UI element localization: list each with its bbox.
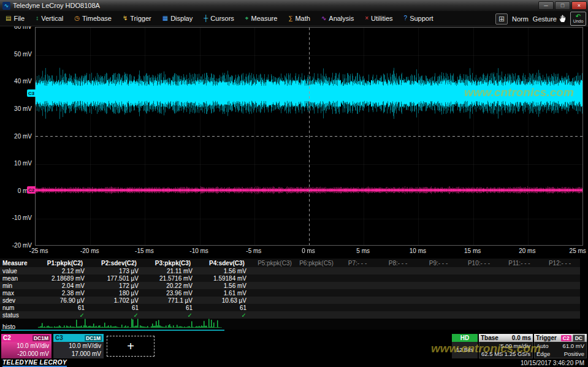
channel-settings: 10.0 mV/div-20.000 mV [1,342,52,358]
measure-title: Measure [0,260,38,267]
maximize-button[interactable]: □ [555,1,570,10]
add-channel-button[interactable]: + [107,336,155,357]
measure-row-label: mean [0,275,38,282]
measure-cell: 61 [38,305,92,311]
measure-cell: 61 [92,305,146,311]
measure-cell: 1.56 mV [200,268,254,274]
measure-cell: 1.702 µV [92,297,146,304]
measure-cell: 173 µV [92,268,146,274]
x-axis-label: -25 ms [29,248,48,254]
measure-row-label: sdev [0,297,38,304]
x-axis-label: 0 ms [302,248,315,254]
menu-support[interactable]: ?Support [399,11,439,26]
timebase-icon: ◷ [74,15,80,21]
menu-vertical[interactable]: ↕Vertical [30,11,69,26]
channel-id: C2 [3,335,11,341]
channel-descriptor-c2[interactable]: C2DC1M10.0 mV/div-20.000 mV [1,334,52,358]
channel-descriptor-c3[interactable]: C3DC1M10.0 mV/div17.000 mV [53,334,104,358]
x-axis-label: -15 ms [135,248,154,254]
measure-cell: 61 [200,305,254,311]
minimize-button[interactable]: ─ [538,1,554,10]
x-axis-label: 10 ms [410,248,426,254]
time-per-div: 5.00 ms/div [500,342,530,350]
hd-badge: HD 12 Bits [452,334,478,358]
menu-utilities[interactable]: ×Utilities [359,11,398,26]
menu-display[interactable]: ▦Display [157,11,199,26]
menu-label: Support [410,15,433,22]
x-axis-label: -10 ms [189,248,208,254]
undo-button[interactable]: ↶ Undo [570,12,586,26]
measure-cell: 2.38 mV [38,290,92,297]
measure-cell: 10.63 µV [200,297,254,304]
menu-analysis[interactable]: ∿Analysis [316,11,359,26]
trigger-slope: Positive [564,350,584,358]
measure-row-label: min [0,282,38,289]
menu-label: Vertical [41,15,63,22]
measure-row-value: value2.12 mV173 µV21.11 mV1.56 mV [0,267,580,274]
y-axis-label: -10 mV [2,214,32,221]
measure-cell: 172 µV [92,282,146,289]
measure-column-header[interactable]: P5:pkpk(C3) [254,260,296,267]
menu-cursors[interactable]: ┼Cursors [198,11,240,26]
touch-mode-button[interactable]: ⊞ [495,13,508,25]
x-axis-label: 15 ms [464,248,481,254]
y-axis-label: 10 mV [2,160,32,167]
measure-column-header[interactable]: P1:pkpk(C2) [38,260,92,267]
math-icon: ∑ [288,15,292,21]
measure-column-header[interactable]: P7:- - - [337,260,378,267]
menu-bar: ▤File↕Vertical◷Timebase↯Trigger▦Display┼… [0,11,588,26]
measure-column-header[interactable]: P10:- - - [459,260,499,267]
trigger-source-badge: C2 [561,335,571,341]
menu-label: Display [170,15,193,22]
measure-cell: 21.5716 mV [146,275,200,282]
descriptor-bar: C2DC1M10.0 mV/div-20.000 mVC3DC1M10.0 mV… [0,334,588,358]
measure-row-label: status [0,312,38,319]
measure-row-max: max2.38 mV180 µV23.96 mV1.61 mV [0,289,580,297]
measure-column-header[interactable]: P4:sdev(C3) [200,260,254,267]
measure-column-header[interactable]: P6:pkpk(C5) [296,260,337,267]
sample-count: 62.5 MS [481,350,503,358]
menu-file[interactable]: ▤File [0,11,30,26]
menu-math[interactable]: ∑Math [283,11,316,26]
undo-icon: ↶ [576,13,581,19]
volts-per-div: 10.0 mV/div [4,342,49,350]
hd-label: HD [452,334,478,342]
measure-row-min: min2.04 mV172 µV20.22 mV1.56 mV [0,282,580,289]
timebase-descriptor[interactable]: Tbase 0.0 ms 5.00 ms/div 62.5 MS 1.25 GS… [479,334,533,358]
measure-column-header[interactable]: P2:sdev(C2) [92,260,146,267]
tbase-label: Tbase [481,335,498,341]
window-title: Teledyne LeCroy HDO8108A [13,2,538,9]
menu-trigger[interactable]: ↯Trigger [117,11,157,26]
measure-cell: ✓ [38,312,92,319]
measure-column-header[interactable]: P9:- - - [418,260,459,267]
measure-cell: 21.11 mV [146,268,200,274]
measure-row-num: num61616161 [0,304,580,311]
measure-column-header[interactable]: P12:- - - [540,260,580,267]
gesture-button[interactable]: Gesture [533,15,566,23]
trigger-descriptor[interactable]: Trigger C2 DC Auto 61.0 mV Edge Positive [534,334,587,358]
file-icon: ▤ [6,15,11,21]
measure-row-label: max [0,290,38,297]
menu-measure[interactable]: ⌖Measure [240,11,283,26]
graticule[interactable]: C3C2 [35,27,583,246]
measure-cell: 2.04 mV [38,282,92,289]
volts-per-div: 10.0 mV/div [56,342,101,350]
channel-header: C3DC1M [53,334,104,342]
measure-column-header[interactable]: P8:- - - [378,260,418,267]
measure-cell: ✓ [146,312,200,319]
trace-indicator-c2[interactable]: C2 [27,186,36,194]
oscilloscope-app: ∿ Teledyne LeCroy HDO8108A ─ □ × ▤File↕V… [0,0,588,367]
trigger-icon: ↯ [123,15,128,21]
close-button[interactable]: × [571,1,587,10]
trace-indicator-c3[interactable]: C3 [27,89,36,97]
menu-timebase[interactable]: ◷Timebase [69,11,117,26]
measure-icon: ⌖ [245,15,249,21]
utilities-icon: × [365,15,368,21]
coupling-badge: DC1M [32,335,50,341]
measure-cell: ✓ [92,312,146,319]
menu-label: Math [295,15,310,22]
measure-column-header[interactable]: P3:pkpk(C3) [146,260,200,267]
measure-column-header[interactable]: P11:- - - [499,260,540,267]
menu-right-cluster: ⊞ Norm Gesture ↶ Undo [495,11,586,26]
menu-label: Measure [251,15,278,22]
